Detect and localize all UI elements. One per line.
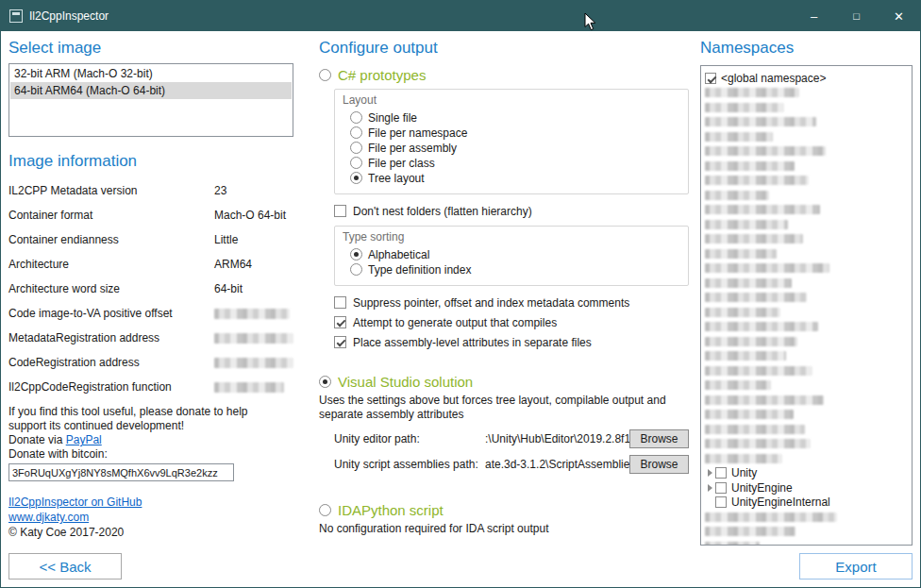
namespace-row[interactable]	[705, 305, 908, 320]
flatten-checkbox-row[interactable]: Don't nest folders (flatten hierarchy)	[334, 204, 689, 218]
namespace-row[interactable]	[705, 539, 908, 546]
website-link[interactable]: www.djkaty.com	[8, 511, 89, 524]
radio-option[interactable]: File per class	[350, 156, 680, 170]
info-label: Container format	[8, 209, 214, 222]
idapython-radio[interactable]: IDAPython script	[319, 502, 689, 518]
maximize-button[interactable]: □	[835, 1, 878, 31]
namespace-row[interactable]	[705, 393, 908, 408]
namespace-row[interactable]	[705, 437, 908, 452]
namespace-row[interactable]	[705, 378, 908, 394]
checkbox-icon	[334, 336, 346, 348]
namespace-row[interactable]	[705, 115, 908, 130]
namespace-row[interactable]	[705, 188, 908, 203]
namespace-row[interactable]	[705, 408, 908, 423]
namespace-row[interactable]	[705, 203, 908, 218]
browse-button[interactable]: Browse	[629, 429, 689, 448]
main-content: Select image 32-bit ARM (Mach-O 32-bit)6…	[1, 31, 920, 587]
namespace-row[interactable]: UnityEngineInternal	[705, 496, 908, 511]
namespace-label: UnityEngine	[731, 481, 793, 495]
app-window: Il2CppInspector –□✕ Select image 32-bit …	[0, 0, 921, 588]
namespace-row[interactable]	[705, 129, 908, 144]
close-button[interactable]: ✕	[878, 1, 920, 31]
namespace-row[interactable]	[705, 144, 908, 160]
checkbox-icon	[334, 205, 346, 217]
image-info-row: Architecture word size64-bit	[8, 277, 293, 301]
radio-option-label: Tree layout	[368, 172, 425, 185]
path-label: Unity editor path:	[334, 432, 485, 445]
radio-option[interactable]: Alphabetical	[350, 247, 680, 261]
namespace-row[interactable]	[705, 100, 908, 115]
radio-option[interactable]: Type definition index	[350, 262, 680, 277]
select-image-panel: Select image 32-bit ARM (Mach-O 32-bit)6…	[8, 31, 293, 587]
configure-output-heading: Configure output	[319, 39, 689, 58]
namespace-row[interactable]	[705, 525, 908, 540]
app-icon	[9, 9, 23, 23]
checkbox-row[interactable]: Attempt to generate output that compiles	[334, 315, 689, 329]
image-listbox[interactable]: 32-bit ARM (Mach-O 32-bit)64-bit ARM64 (…	[8, 63, 293, 137]
radio-option[interactable]: File per namespace	[350, 126, 680, 140]
expander-icon[interactable]	[705, 484, 715, 492]
checkbox-icon	[334, 316, 346, 328]
csharp-prototypes-radio[interactable]: C# prototypes	[319, 67, 689, 83]
namespace-row[interactable]	[705, 261, 908, 277]
namespace-row[interactable]	[705, 246, 908, 261]
minimize-button[interactable]: –	[793, 1, 835, 31]
redacted-namespace	[705, 191, 769, 200]
namespace-row[interactable]	[705, 363, 908, 378]
redacted-namespace	[705, 512, 837, 522]
image-info-row: IL2CPP Metadata version23	[8, 178, 293, 203]
namespace-checkbox[interactable]	[715, 496, 727, 508]
namespace-row[interactable]	[705, 232, 908, 247]
namespace-row[interactable]: <global namespace>	[705, 71, 908, 86]
radio-option[interactable]: Tree layout	[350, 171, 680, 185]
redacted-namespace	[705, 439, 811, 448]
namespace-label: UnityEngineInternal	[731, 496, 830, 509]
export-button[interactable]: Export	[799, 553, 913, 580]
image-list-item[interactable]: 64-bit ARM64 (Mach-O 64-bit)	[10, 82, 292, 99]
csharp-prototypes-label: C# prototypes	[338, 67, 426, 83]
layout-options: Single fileFile per namespaceFile per as…	[343, 110, 680, 185]
namespace-checkbox[interactable]	[715, 467, 727, 479]
idapython-label: IDAPython script	[338, 502, 444, 518]
namespace-row[interactable]: UnityEngine	[705, 480, 908, 496]
redacted-namespace	[705, 249, 777, 259]
redacted-value	[214, 382, 284, 393]
redacted-namespace	[705, 161, 795, 171]
namespace-row[interactable]	[705, 510, 908, 525]
bitcoin-address-input[interactable]	[8, 463, 234, 481]
namespace-row[interactable]	[705, 174, 908, 189]
namespace-row[interactable]	[705, 159, 908, 174]
namespace-row[interactable]: Unity	[705, 466, 908, 481]
paypal-link[interactable]: PayPal	[66, 433, 102, 446]
checkbox-row[interactable]: Suppress pointer, offset and index metad…	[334, 295, 689, 310]
redacted-namespace	[705, 146, 826, 156]
back-button[interactable]: << Back	[8, 553, 122, 580]
github-link[interactable]: Il2CppInspector on GitHub	[8, 496, 142, 509]
radio-icon	[350, 111, 362, 124]
namespace-checkbox[interactable]	[705, 73, 716, 84]
namespace-row[interactable]	[705, 451, 908, 466]
namespace-row[interactable]	[705, 291, 908, 306]
redacted-namespace	[705, 454, 782, 463]
radio-option[interactable]: File per assembly	[350, 141, 680, 155]
image-list-item[interactable]: 32-bit ARM (Mach-O 32-bit)	[10, 65, 292, 82]
namespace-row[interactable]	[705, 320, 908, 335]
visual-studio-radio[interactable]: Visual Studio solution	[319, 374, 689, 390]
namespace-row[interactable]	[705, 276, 908, 291]
namespace-row[interactable]	[705, 86, 908, 101]
browse-button[interactable]: Browse	[629, 455, 689, 474]
radio-option[interactable]: Single file	[350, 110, 680, 125]
namespaces-list[interactable]: <global namespace>UnityUnityEngineUnityE…	[700, 65, 913, 546]
namespace-row[interactable]	[705, 349, 908, 364]
titlebar[interactable]: Il2CppInspector –□✕	[1, 1, 920, 31]
radio-icon	[350, 248, 362, 260]
namespace-row[interactable]	[705, 334, 908, 349]
redacted-namespace	[705, 176, 809, 185]
namespace-row[interactable]	[705, 217, 908, 232]
namespace-row[interactable]	[705, 422, 908, 437]
namespace-checkbox[interactable]	[715, 482, 727, 494]
window-controls: –□✕	[793, 1, 920, 31]
redacted-namespace	[705, 395, 824, 405]
expander-icon[interactable]	[705, 469, 715, 477]
checkbox-row[interactable]: Place assembly-level attributes in separ…	[334, 335, 689, 349]
